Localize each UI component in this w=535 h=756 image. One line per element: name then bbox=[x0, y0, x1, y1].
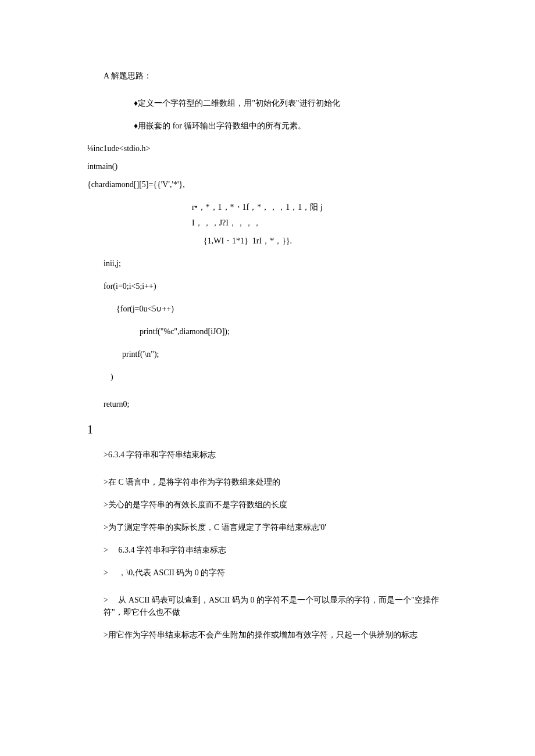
code-for-outer: for(i=0;i<5;i++) bbox=[87, 280, 448, 292]
bullet-define-array: ♦定义一个字符型的二维数组，用"初始化列表"进行初始化 bbox=[87, 97, 448, 109]
code-array-row-3: {1,WI・1*1} 1rI，*，}}. bbox=[87, 235, 448, 247]
heading-solution: A 解题思路： bbox=[87, 70, 448, 82]
bullet-nested-for: ♦用嵌套的 for 循环输出字符数组中的所有元素。 bbox=[87, 120, 448, 132]
code-array-row-1: r•，*，1，*・1f，*，，，1，1，阳 j bbox=[87, 201, 448, 213]
note-effective-length: >关心的是字符串的有效长度而不是字符数组的长度 bbox=[87, 499, 448, 511]
code-include: ⅛inc1ude<stdio.h> bbox=[87, 142, 448, 155]
code-printf-char: printf("%c",diamond[iJO]); bbox=[87, 325, 448, 338]
note-section-634-a: >6.3.4 字符串和字符串结束标志 bbox=[87, 449, 448, 461]
code-end-brace: 1 bbox=[87, 421, 448, 438]
code-close-brace: ) bbox=[87, 371, 448, 383]
note-section-634-b: > 6.3.4 字符串和字符串结束标志 bbox=[87, 544, 448, 556]
code-printf-newline: printf('\n"); bbox=[87, 348, 448, 360]
code-array-row-2: I，，，J?I，，，， bbox=[87, 217, 448, 229]
note-c-string-array: >在 C 语言中，是将字符串作为字符数组来处理的 bbox=[87, 476, 448, 488]
code-main: intmain() bbox=[87, 160, 448, 173]
document-page: A 解题思路： ♦定义一个字符型的二维数组，用"初始化列表"进行初始化 ♦用嵌套… bbox=[0, 0, 535, 756]
note-ascii-lookup: > 从 ASCII 码表可以查到，ASCII 码为 0 的字符不是一个可以显示的… bbox=[87, 594, 448, 618]
note-marker-purpose: >用它作为字符串结束标志不会产生附加的操作或增加有效字符，只起一个供辨别的标志 bbox=[87, 629, 448, 641]
code-return: return0; bbox=[87, 398, 448, 410]
code-int-ij: inii,j; bbox=[87, 257, 448, 270]
code-char-array: {chardiamond[][5]={{'V','*'}, bbox=[87, 178, 448, 191]
code-for-inner: {for(j=0u<5∪++) bbox=[87, 303, 448, 315]
note-terminator: >为了测定字符串的实际长度，C 语言规定了字符串结束标志'0' bbox=[87, 521, 448, 533]
note-ascii-zero: > ，\0,代表 ASCII 码为 0 的字符 bbox=[87, 567, 448, 579]
